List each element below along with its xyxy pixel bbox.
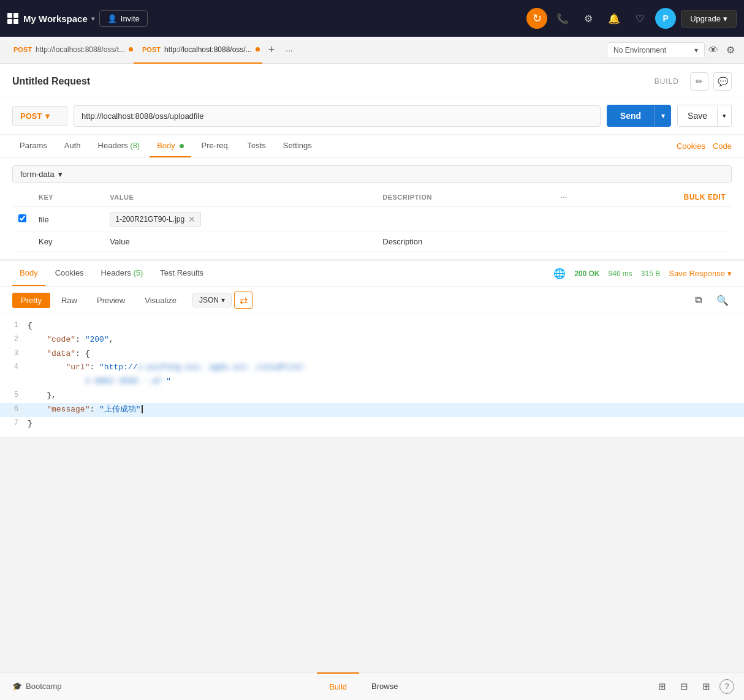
sync-icon[interactable]: ↻ [526, 8, 547, 29]
tab-body[interactable]: Body [150, 135, 191, 157]
response-time: 946 ms [609, 269, 632, 278]
method-label: POST [20, 111, 42, 121]
save-label: Save [678, 105, 717, 126]
main-content: Untitled Request BUILD ✏ 💬 POST ▾ Send ▾… [0, 64, 744, 437]
tab-headers[interactable]: Headers (8) [91, 135, 148, 157]
bulk-edit-btn[interactable]: Bulk Edit [589, 188, 732, 207]
value-cell[interactable]: 1-200R21GT90-L.jpg ✕ [104, 207, 376, 232]
send-dropdown-arrow[interactable]: ▾ [655, 106, 671, 126]
upgrade-button[interactable]: Upgrade ▾ [681, 10, 737, 28]
json-line-4b: 4 0063 4550 - af " [0, 375, 744, 389]
response-tabs-bar: Body Cookies Headers (5) Test Results 🌐 … [0, 261, 744, 287]
copy-btn[interactable]: ⧉ [689, 292, 707, 309]
pretty-btn[interactable]: Pretty [12, 293, 50, 308]
response-size: 315 B [641, 269, 660, 278]
dual-pane-icon[interactable]: ⊟ [675, 678, 693, 695]
method-selector[interactable]: POST ▾ [12, 106, 67, 126]
remove-file-btn[interactable]: ✕ [188, 214, 195, 224]
environment-selector[interactable]: No Environment ▾ [607, 42, 705, 58]
send-label: Send [607, 105, 655, 127]
save-button[interactable]: Save ▾ [677, 105, 732, 127]
tab2-url: http://localhost:8088/oss/... [164, 45, 252, 54]
status-code: 200 OK [574, 269, 599, 278]
response-status-bar: 🌐 200 OK 946 ms 315 B Save Response ▾ [553, 268, 732, 279]
table-row-empty: Key Value Description [12, 232, 732, 252]
body-active-dot [180, 144, 184, 148]
resp-tab-test-results[interactable]: Test Results [153, 261, 211, 286]
code-link[interactable]: Code [713, 135, 732, 157]
edit-icon[interactable]: ✏ [690, 72, 708, 91]
tab-prereq[interactable]: Pre-req. [194, 135, 237, 157]
save-response-button[interactable]: Save Response ▾ [669, 269, 732, 278]
comment-icon[interactable]: 💬 [713, 72, 732, 91]
cookies-link[interactable]: Cookies [677, 135, 705, 157]
tab-1[interactable]: POST http://localhost:8088/oss/t... [5, 37, 134, 64]
env-label: No Environment [613, 46, 666, 55]
more-tabs-button[interactable]: ··· [281, 43, 298, 58]
workspace-chevron: ▾ [91, 15, 94, 22]
heart-icon[interactable]: ♡ [629, 8, 650, 29]
tab1-method: POST [13, 46, 32, 53]
workspace-selector[interactable]: My Workspace ▾ [23, 13, 94, 24]
file-name: 1-200R21GT90-L.jpg [115, 215, 184, 224]
browse-item[interactable]: Browse [359, 672, 410, 700]
resp-tab-headers[interactable]: Headers (5) [94, 261, 151, 286]
tab-settings[interactable]: Settings [276, 135, 319, 157]
help-btn[interactable]: ? [719, 679, 734, 694]
phone-icon[interactable]: 📞 [552, 8, 573, 29]
body-type-label: form-data [20, 170, 55, 179]
json-line-4: 4 "url": "http://l-yuufong.oss- agdu.ali… [0, 361, 744, 375]
tab-2[interactable]: POST http://localhost:8088/oss/... [134, 37, 262, 64]
request-tabs: Params Auth Headers (8) Body Pre-req. Te… [0, 135, 744, 158]
empty-value-cell[interactable]: Value [104, 232, 376, 252]
raw-btn[interactable]: Raw [53, 293, 86, 308]
build-item[interactable]: Build [317, 672, 359, 700]
tabs-bar: POST http://localhost:8088/oss/t... POST… [0, 37, 744, 64]
empty-key-cell[interactable]: Key [32, 232, 104, 252]
build-label: BUILD [655, 77, 679, 86]
save-response-chevron: ▾ [727, 269, 732, 278]
globe-icon: 🌐 [553, 268, 566, 279]
tab-tests[interactable]: Tests [240, 135, 273, 157]
col-key-header: KEY [32, 188, 104, 207]
env-chevron: ▾ [694, 46, 698, 55]
resp-tab-body[interactable]: Body [12, 261, 45, 286]
key-cell[interactable]: file [32, 207, 104, 232]
wrap-icon[interactable]: ⇄ [234, 292, 252, 309]
col-desc-header: DESCRIPTION [376, 188, 539, 207]
method-chevron: ▾ [45, 111, 50, 121]
empty-desc-cell[interactable]: Description [376, 232, 539, 252]
send-button[interactable]: Send ▾ [607, 105, 671, 127]
bell-icon[interactable]: 🔔 [604, 8, 624, 29]
resp-tab-cookies[interactable]: Cookies [48, 261, 91, 286]
response-body-toolbar: Pretty Raw Preview Visualize JSON ▾ ⇄ ⧉ … [0, 287, 744, 314]
grid-view-icon[interactable]: ⊞ [653, 678, 670, 695]
filter-icon[interactable]: ⚙ [722, 42, 739, 59]
url-input[interactable] [74, 105, 601, 127]
tab1-url: http://localhost:8088/oss/t... [36, 45, 125, 54]
visualize-btn[interactable]: Visualize [136, 293, 185, 308]
user-avatar[interactable]: P [655, 8, 676, 29]
invite-button[interactable]: 👤 Invite [99, 10, 148, 27]
new-tab-button[interactable]: + [262, 41, 281, 59]
json-response-area[interactable]: 1 { 2 "code": "200", 3 "data": { 4 "url"… [0, 314, 744, 437]
save-dropdown-arrow[interactable]: ▾ [717, 107, 731, 126]
settings-icon[interactable]: ⚙ [578, 8, 599, 29]
bottom-bar: 🎓 Bootcamp Build Browse ⊞ ⊟ ⊞ ? [0, 672, 744, 700]
tab-params[interactable]: Params [12, 135, 55, 157]
body-type-selector[interactable]: form-data ▾ [12, 165, 732, 183]
table-icon[interactable]: ⊞ [697, 678, 715, 695]
format-selector[interactable]: JSON ▾ [192, 293, 232, 307]
build-label: Build [329, 682, 347, 691]
key-value-table: KEY VALUE DESCRIPTION ··· Bulk Edit file… [12, 188, 732, 252]
search-btn[interactable]: 🔍 [713, 292, 732, 309]
col-value-header: VALUE [104, 188, 376, 207]
tab-auth[interactable]: Auth [57, 135, 88, 157]
row-checkbox[interactable] [18, 214, 26, 222]
desc-cell[interactable] [376, 207, 539, 232]
preview-btn[interactable]: Preview [88, 293, 134, 308]
col-checkbox [12, 188, 32, 207]
eye-icon[interactable]: 👁 [705, 42, 722, 59]
bootcamp-item[interactable]: 🎓 Bootcamp [0, 672, 74, 700]
json-line-6: 6 "message": "上传成功" [0, 403, 744, 417]
